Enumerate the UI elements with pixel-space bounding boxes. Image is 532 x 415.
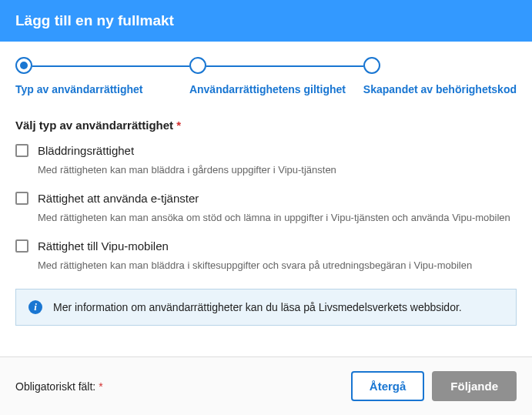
option-row[interactable]: Rättighet att använda e-tjänster [15,192,517,205]
option-browsing-rights: Bläddringsrättighet Med rättigheten kan … [15,144,517,178]
info-box: i Mer information om användarrättigheter… [15,289,517,326]
option-description: Med rättigheten kan man bläddra i gården… [38,163,517,178]
required-asterisk: * [99,380,102,393]
step-2[interactable]: Användarrättighetens giltighet [189,57,363,95]
step-circle-icon [189,57,206,74]
option-label: Bläddringsrättighet [38,144,134,157]
step-connector [32,65,189,67]
checkbox[interactable] [15,144,28,157]
option-label: Rättighet att använda e-tjänster [38,192,199,205]
option-description: Med rättigheten kan man bläddra i skifte… [38,259,517,273]
step-connector [206,65,363,67]
required-asterisk: * [176,119,181,132]
section-title: Välj typ av användarrättighet * [15,119,517,132]
option-label: Rättighet till Vipu-mobilen [38,239,169,253]
step-circle-icon [15,57,32,74]
option-description: Med rättigheten kan man ansöka om stöd o… [38,211,517,226]
info-icon: i [28,300,42,314]
next-button[interactable]: Följande [432,371,517,401]
option-eservice-rights: Rättighet att använda e-tjänster Med rät… [15,192,517,226]
footer-buttons: Återgå Följande [351,371,517,401]
stepper: Typ av användarrättighet Användarrättigh… [15,57,517,95]
section-title-text: Välj typ av användarrättighet [15,119,173,132]
modal-content: Typ av användarrättighet Användarrättigh… [0,42,532,356]
modal-header: Lägg till en ny fullmakt [0,0,532,42]
step-circle-icon [363,57,380,74]
step-3[interactable]: Skapandet av behörighetskod [363,57,517,95]
step-label: Typ av användarrättighet [15,83,142,95]
step-label: Skapandet av behörighetskod [363,83,517,95]
step-1[interactable]: Typ av användarrättighet [15,57,189,95]
footer-required-note: Obligatoriskt fält: * [15,380,103,393]
option-row[interactable]: Rättighet till Vipu-mobilen [15,239,517,253]
modal-footer: Obligatoriskt fält: * Återgå Följande [0,356,532,415]
modal-title: Lägg till en ny fullmakt [15,12,174,28]
option-row[interactable]: Bläddringsrättighet [15,144,517,157]
checkbox[interactable] [15,239,28,253]
step-label: Användarrättighetens giltighet [189,83,346,95]
required-label: Obligatoriskt fält: [15,380,95,393]
back-button[interactable]: Återgå [351,371,425,401]
checkbox[interactable] [15,192,28,205]
option-vipu-mobile-rights: Rättighet till Vipu-mobilen Med rättighe… [15,239,517,273]
info-text: Mer information om användarrättigheter k… [53,301,462,313]
